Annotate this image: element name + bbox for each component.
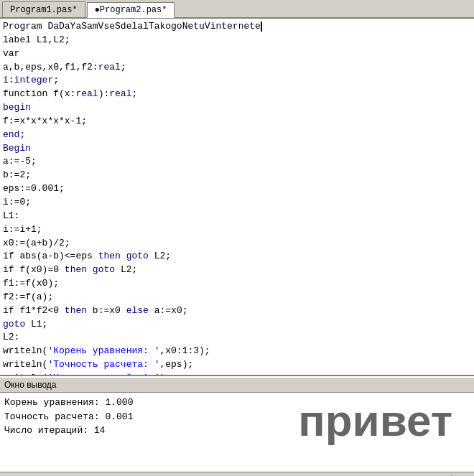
code-line: writeln('Число итераций: ',i); — [3, 372, 471, 376]
code-editor[interactable]: Program DaDaYaSamVseSdelalTakogoNetuVint… — [0, 19, 474, 376]
text-cursor — [261, 22, 262, 32]
code-line: writeln('Точность расчета: ',eps); — [3, 358, 471, 372]
code-line: L2: — [3, 331, 471, 345]
code-line: end; — [3, 129, 471, 142]
bottom-credit: meme-arsenal.com — [0, 472, 474, 476]
code-line: Program DaDaYaSamVseSdelalTakogoNetuVint… — [3, 20, 471, 34]
code-line: b:=2; — [3, 169, 471, 182]
code-line: a:=-5; — [3, 155, 471, 169]
code-line: a,b,eps,x0,f1,f2:real; — [3, 61, 471, 75]
code-line: var — [3, 47, 471, 61]
code-line: if f(x0)=0 then goto L2; — [3, 263, 471, 277]
code-line: goto L1; — [3, 318, 471, 332]
tab-program2-label: ●Program2.pas* — [95, 5, 167, 15]
code-line: f2:=f(a); — [3, 291, 471, 304]
code-line: begin — [3, 101, 471, 115]
code-line: label L1,L2; — [3, 34, 471, 47]
code-line: writeln('Корень уравнения: ',x0:1:3); — [3, 345, 471, 358]
code-line: f1:=f(x0); — [3, 277, 471, 291]
code-line: L1: — [3, 210, 471, 223]
output-body: Корень уравнения: 1.000Точность расчета:… — [0, 393, 474, 472]
output-line: Число итераций: 14 — [4, 424, 470, 438]
tab-program1-label: Program1.pas* — [10, 5, 78, 15]
output-lines: Корень уравнения: 1.000Точность расчета:… — [4, 396, 470, 438]
output-header: Окно вывода — [0, 376, 474, 393]
code-line: f:=x*x*x*x*x-1; — [3, 115, 471, 129]
tab-program2[interactable]: ●Program2.pas* — [87, 2, 175, 18]
tab-bar: Program1.pas* ●Program2.pas* — [0, 0, 474, 19]
code-line: i:=0; — [3, 196, 471, 210]
code-line: x0:=(a+b)/2; — [3, 237, 471, 251]
code-line: eps:=0.001; — [3, 182, 471, 196]
code-line: function f(x:real):real; — [3, 88, 471, 101]
output-header-label: Окно вывода — [4, 380, 57, 390]
code-line: Begin — [3, 142, 471, 156]
code-line: if abs(a-b)<=eps then goto L2; — [3, 250, 471, 263]
code-line: i:integer; — [3, 74, 471, 88]
code-line: if f1*f2<0 then b:=x0 else a:=x0; — [3, 304, 471, 318]
output-line: Точность расчета: 0.001 — [4, 410, 470, 424]
output-line: Корень уравнения: 1.000 — [4, 396, 470, 410]
code-line: i:=i+1; — [3, 223, 471, 237]
tab-program1[interactable]: Program1.pas* — [2, 1, 85, 17]
